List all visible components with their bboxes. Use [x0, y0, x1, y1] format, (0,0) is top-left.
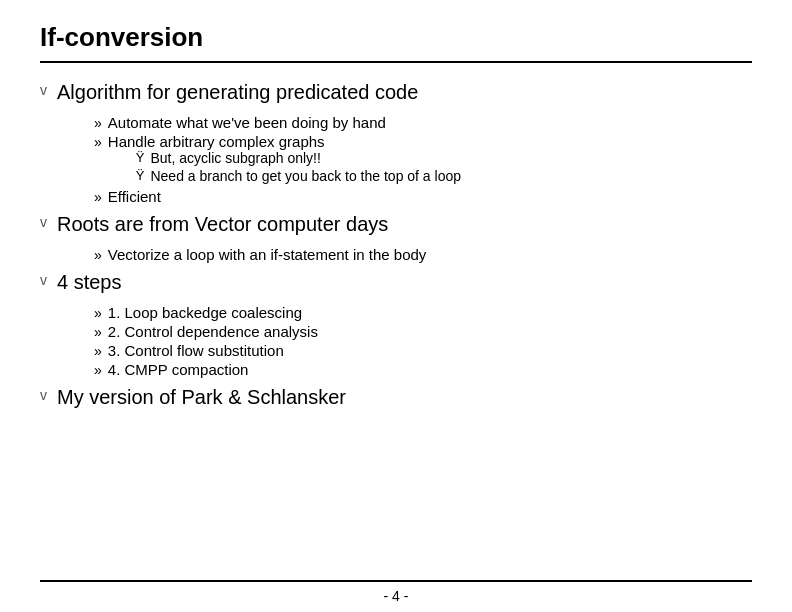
sub-sub-text: Need a branch to get you back to the top… — [150, 168, 461, 184]
list-item: » Efficient — [94, 188, 752, 205]
list-item: Ÿ Need a branch to get you back to the t… — [136, 168, 461, 184]
list-item: » Handle arbitrary complex graphs Ÿ But,… — [94, 133, 752, 186]
myversion-label: My version of Park & Schlansker — [57, 386, 346, 409]
steps-label: 4 steps — [57, 271, 121, 294]
diamond-icon-2: v — [40, 214, 47, 230]
content-area: v Algorithm for generating predicated co… — [0, 63, 792, 580]
footer: - 4 - — [0, 582, 792, 612]
arrow-icon: » — [94, 362, 102, 378]
diamond-icon-3: v — [40, 272, 47, 288]
bullet-myversion: v My version of Park & Schlansker — [40, 386, 752, 409]
sub-item-text: 4. CMPP compaction — [108, 361, 249, 378]
sub-item-text: Efficient — [108, 188, 161, 205]
diamond-icon-1: v — [40, 82, 47, 98]
ydot-icon: Ÿ — [136, 150, 145, 165]
arrow-icon: » — [94, 189, 102, 205]
diamond-icon-4: v — [40, 387, 47, 403]
section-myversion: v My version of Park & Schlansker — [40, 386, 752, 409]
arrow-icon: » — [94, 134, 102, 150]
section-algorithm: v Algorithm for generating predicated co… — [40, 81, 752, 205]
list-item: » Automate what we've been doing by hand — [94, 114, 752, 131]
list-item: » 2. Control dependence analysis — [94, 323, 752, 340]
sub-sub-list: Ÿ But, acyclic subgraph only!! Ÿ Need a … — [136, 150, 461, 184]
handle-complex: Handle arbitrary complex graphs Ÿ But, a… — [108, 133, 461, 186]
arrow-icon: » — [94, 115, 102, 131]
sub-item-text: Handle arbitrary complex graphs — [108, 133, 325, 150]
arrow-icon: » — [94, 305, 102, 321]
arrow-icon: » — [94, 343, 102, 359]
bullet-roots: v Roots are from Vector computer days — [40, 213, 752, 236]
sub-item-text: 3. Control flow substitution — [108, 342, 284, 359]
slide: If-conversion v Algorithm for generating… — [0, 0, 792, 612]
slide-title: If-conversion — [40, 22, 752, 53]
list-item: » 4. CMPP compaction — [94, 361, 752, 378]
arrow-icon: » — [94, 247, 102, 263]
title-bar: If-conversion — [0, 0, 792, 61]
sub-item-text: 1. Loop backedge coalescing — [108, 304, 302, 321]
section-steps: v 4 steps » 1. Loop backedge coalescing … — [40, 271, 752, 378]
bullet-algorithm: v Algorithm for generating predicated co… — [40, 81, 752, 104]
algorithm-sub-list: » Automate what we've been doing by hand… — [94, 114, 752, 205]
bullet-steps: v 4 steps — [40, 271, 752, 294]
sub-item-text: Vectorize a loop with an if-statement in… — [108, 246, 427, 263]
list-item: Ÿ But, acyclic subgraph only!! — [136, 150, 461, 166]
section-roots: v Roots are from Vector computer days » … — [40, 213, 752, 263]
algorithm-label: Algorithm for generating predicated code — [57, 81, 418, 104]
roots-sub-list: » Vectorize a loop with an if-statement … — [94, 246, 752, 263]
sub-item-text: Automate what we've been doing by hand — [108, 114, 386, 131]
sub-sub-text: But, acyclic subgraph only!! — [150, 150, 320, 166]
list-item: » 1. Loop backedge coalescing — [94, 304, 752, 321]
arrow-icon: » — [94, 324, 102, 340]
steps-sub-list: » 1. Loop backedge coalescing » 2. Contr… — [94, 304, 752, 378]
sub-item-text: 2. Control dependence analysis — [108, 323, 318, 340]
ydot-icon: Ÿ — [136, 168, 145, 183]
roots-label: Roots are from Vector computer days — [57, 213, 388, 236]
list-item: » Vectorize a loop with an if-statement … — [94, 246, 752, 263]
page-number: - 4 - — [384, 588, 409, 604]
list-item: » 3. Control flow substitution — [94, 342, 752, 359]
